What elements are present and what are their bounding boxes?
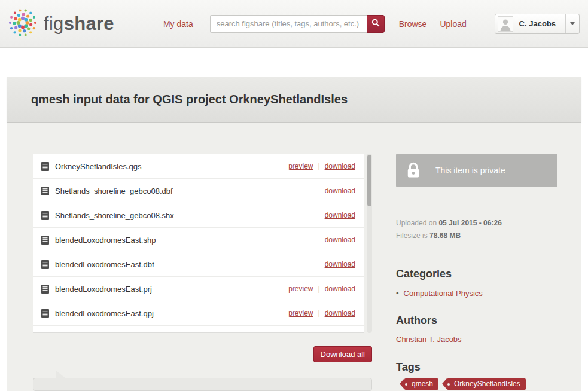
sidebar-divider xyxy=(396,252,557,252)
nav-my-data[interactable]: My data xyxy=(163,19,193,29)
download-link[interactable]: download xyxy=(325,236,355,244)
file-name: OrkneyShetlandIsles.qgs xyxy=(55,162,288,171)
author-link[interactable]: Christian T. Jacobs xyxy=(396,335,462,344)
filesize-prefix: Filesize is xyxy=(396,231,428,240)
uploaded-prefix: Uploaded on xyxy=(396,219,437,227)
categories-heading: Categories xyxy=(396,268,557,280)
preview-link[interactable]: preview xyxy=(288,285,313,293)
filesize-value: 78.68 MB xyxy=(429,231,461,240)
download-link[interactable]: download xyxy=(325,187,355,195)
uploaded-date: Uploaded on 05 Jul 2015 - 06:26 xyxy=(396,219,557,227)
tags-heading: Tags xyxy=(396,361,557,374)
file-icon xyxy=(41,211,49,220)
file-icon xyxy=(41,285,49,294)
uploaded-value: 05 Jul 2015 - 06:26 xyxy=(438,219,501,227)
user-menu-toggle[interactable] xyxy=(565,14,579,33)
file-row: blendedLoxodromesEast.shp download xyxy=(33,228,364,252)
sidebar: This item is private Uploaded on 05 Jul … xyxy=(396,154,557,391)
file-icon xyxy=(41,162,49,171)
category-link[interactable]: Computational Physics xyxy=(404,289,483,298)
preview-link[interactable]: preview xyxy=(288,162,313,170)
categories-list: Computational Physics xyxy=(396,289,557,298)
link-separator: | xyxy=(318,309,320,317)
authors-heading: Authors xyxy=(396,314,557,327)
search-button[interactable] xyxy=(367,15,385,33)
link-separator: | xyxy=(318,162,320,170)
lock-icon xyxy=(404,161,422,179)
download-link[interactable]: download xyxy=(325,211,355,219)
file-icon xyxy=(41,260,49,269)
avatar xyxy=(498,16,513,32)
file-name: blendedLoxodromesEast.shp xyxy=(55,236,325,245)
file-list: OrkneyShetlandIsles.qgs preview | downlo… xyxy=(33,154,364,333)
preview-link[interactable]: preview xyxy=(288,309,313,317)
search-bar xyxy=(210,15,385,33)
file-name: Shetlands_shoreline_gebco08.shx xyxy=(55,211,325,220)
top-bar: figshare My data Browse Upload C. Jacobs xyxy=(0,0,588,48)
page-title: qmesh input data for QGIS project Orkney… xyxy=(7,77,581,106)
download-all-row: Download all xyxy=(33,346,372,362)
chevron-down-icon xyxy=(570,22,575,25)
private-status-banner: This item is private xyxy=(396,154,557,187)
user-name: C. Jacobs xyxy=(519,19,556,28)
file-icon xyxy=(41,309,49,318)
comment-box xyxy=(33,378,372,391)
file-row: OrkneyShetlandIsles.qgs preview | downlo… xyxy=(33,154,364,179)
file-panel: OrkneyShetlandIsles.qgs preview | downlo… xyxy=(33,154,372,391)
title-band: qmesh input data for QGIS project Orkney… xyxy=(7,77,581,123)
tag-pill[interactable]: qmesh xyxy=(404,378,438,390)
file-icon xyxy=(41,236,49,245)
tag-pill[interactable]: OrkneyShetlandIsles xyxy=(447,378,526,390)
private-status-text: This item is private xyxy=(435,166,505,175)
category-item: Computational Physics xyxy=(396,289,557,298)
file-row: blendedLoxodromesEast.qpj preview | down… xyxy=(33,301,364,326)
search-input[interactable] xyxy=(210,15,367,33)
download-link[interactable]: download xyxy=(325,285,355,293)
scrollbar-thumb[interactable] xyxy=(367,155,371,206)
file-icon xyxy=(41,187,49,196)
page-content: qmesh input data for QGIS project Orkney… xyxy=(7,77,581,391)
file-list-wrap: OrkneyShetlandIsles.qgs preview | downlo… xyxy=(33,154,372,333)
nav-upload[interactable]: Upload xyxy=(440,19,466,29)
figshare-logo-text: figshare xyxy=(44,13,114,35)
download-link[interactable]: download xyxy=(325,309,355,317)
file-row: Shetlands_shoreline_gebco08.dbf download xyxy=(33,179,364,203)
file-row xyxy=(33,326,364,333)
tags-list: qmesh OrkneyShetlandIsles xyxy=(396,378,557,390)
file-name: blendedLoxodromesEast.qpj xyxy=(55,309,288,318)
user-menu[interactable]: C. Jacobs xyxy=(495,14,580,34)
file-name: Shetlands_shoreline_gebco08.dbf xyxy=(55,187,325,196)
file-row: Shetlands_shoreline_gebco08.shx download xyxy=(33,203,364,228)
filesize: Filesize is 78.68 MB xyxy=(396,231,557,240)
figshare-logo[interactable]: figshare xyxy=(7,7,114,41)
file-row: blendedLoxodromesEast.prj preview | down… xyxy=(33,277,364,301)
figshare-logo-icon xyxy=(7,7,38,41)
download-link[interactable]: download xyxy=(325,260,355,268)
link-separator: | xyxy=(318,285,320,293)
file-name: blendedLoxodromesEast.dbf xyxy=(55,260,325,269)
file-row: blendedLoxodromesEast.dbf download xyxy=(33,252,364,277)
file-list-scrollbar[interactable] xyxy=(367,154,372,333)
file-name: blendedLoxodromesEast.prj xyxy=(55,285,288,294)
search-icon xyxy=(371,19,380,29)
download-all-button[interactable]: Download all xyxy=(313,346,372,362)
nav-browse[interactable]: Browse xyxy=(399,19,427,29)
main-panel: OrkneyShetlandIsles.qgs preview | downlo… xyxy=(7,123,581,391)
download-link[interactable]: download xyxy=(325,162,355,170)
